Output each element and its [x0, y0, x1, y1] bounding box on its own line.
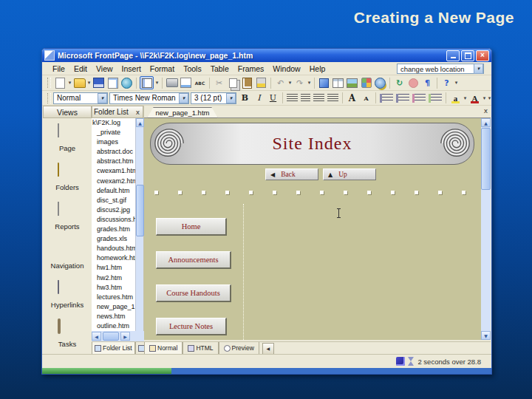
folder-item[interactable]: discus2.jpg — [92, 205, 136, 215]
folder-item[interactable]: abstract.htm — [92, 157, 136, 166]
scroll-right-icon[interactable]: ▶ — [120, 332, 130, 341]
refresh-button[interactable]: ↻ — [393, 77, 406, 89]
back-button[interactable]: ◀ Back — [265, 168, 318, 180]
close-button[interactable]: × — [476, 50, 489, 61]
spelling-button[interactable]: ABC — [194, 77, 206, 89]
highlight-dropdown[interactable]: ▾ — [463, 95, 468, 101]
publish-web-button[interactable] — [120, 77, 133, 89]
folder-item[interactable]: handouts.htm — [92, 244, 136, 253]
folder-item[interactable]: cwexam1.htm — [92, 166, 136, 176]
folder-item[interactable]: k\F2K.log — [92, 118, 136, 128]
menu-frames[interactable]: Frames — [233, 64, 269, 74]
decrease-font-button[interactable]: A — [360, 92, 372, 104]
scroll-up-icon[interactable]: ▲ — [481, 118, 491, 127]
scroll-left-icon[interactable]: ◀ — [92, 332, 101, 341]
menu-window[interactable]: Window — [268, 64, 304, 74]
folder-item[interactable]: abstract.doc — [92, 147, 136, 157]
toggle-pane-dropdown[interactable]: ▾ — [154, 80, 160, 86]
tab-folder-list[interactable]: Folder List — [92, 342, 135, 355]
insert-picture-button[interactable] — [346, 77, 358, 89]
scroll-down-icon[interactable]: ▼ — [481, 331, 491, 340]
bullet-list-button[interactable] — [396, 94, 409, 103]
web-location-combo[interactable]: change web location ▾ — [397, 64, 484, 74]
preview-in-browser-button[interactable] — [180, 77, 192, 89]
document-tab[interactable]: new_page_1.htm — [147, 107, 218, 118]
open-button[interactable] — [73, 77, 86, 89]
menu-file[interactable]: File — [48, 64, 69, 74]
chevron-down-icon[interactable]: ▾ — [98, 93, 107, 103]
insert-table-button[interactable] — [332, 77, 344, 89]
home-button[interactable]: Home — [156, 218, 227, 236]
folder-list-close-icon[interactable]: x — [134, 109, 141, 116]
scrollbar-thumb[interactable] — [136, 185, 144, 236]
tab-html[interactable]: HTML — [183, 342, 218, 355]
help-button[interactable]: ? — [440, 77, 453, 89]
document-scrollbar[interactable]: ▲ ▼ — [481, 118, 491, 340]
scroll-up-icon[interactable]: ▲ — [136, 118, 144, 127]
toolbar-options-dropdown[interactable]: ▾ — [454, 80, 459, 86]
folder-item[interactable]: hw1.htm — [92, 263, 136, 273]
align-center-button[interactable] — [301, 94, 310, 103]
menu-format[interactable]: Format — [146, 64, 179, 74]
search-button[interactable] — [106, 77, 119, 89]
views-item-hyperlinks[interactable]: Hyperlinks — [43, 276, 92, 315]
folder-item[interactable]: grades.htm — [92, 225, 136, 234]
save-button[interactable] — [92, 77, 105, 89]
italic-button[interactable]: I — [253, 92, 265, 104]
window-titlebar[interactable]: Microsoft FrontPage - \\F2k\F2K.log\new_… — [42, 49, 491, 62]
redo-dropdown[interactable]: ▾ — [307, 80, 312, 86]
toolbar-grip[interactable] — [47, 78, 51, 88]
announcements-button[interactable]: Announcements — [156, 251, 231, 269]
font-color-dropdown[interactable]: ▾ — [482, 95, 487, 101]
align-left-button[interactable] — [287, 94, 298, 103]
views-item-navigation[interactable]: Navigation — [43, 236, 92, 276]
menu-view[interactable]: View — [92, 64, 117, 74]
redo-button[interactable]: ↷ — [293, 77, 306, 89]
clip-art-button[interactable] — [360, 77, 372, 89]
folder-item[interactable]: new_page_1.htm — [92, 302, 136, 312]
lecture-notes-button[interactable]: Lecture Notes — [156, 318, 227, 335]
hscrollbar-thumb[interactable] — [103, 332, 119, 341]
paste-button[interactable] — [241, 77, 253, 89]
new-page-dropdown[interactable]: ▾ — [67, 80, 72, 86]
scrollbar-thumb[interactable] — [481, 128, 491, 190]
menu-insert[interactable]: Insert — [117, 64, 146, 74]
tab-preview[interactable]: Preview — [219, 342, 259, 355]
folder-item[interactable]: cwexam2.htm — [92, 177, 136, 186]
undo-dropdown[interactable]: ▾ — [287, 80, 293, 86]
tab-scroll-left-icon[interactable]: ◀ — [262, 343, 274, 355]
folder-item[interactable]: homework.htm — [92, 253, 136, 263]
numbered-list-button[interactable] — [380, 94, 393, 103]
highlight-button[interactable]: a — [449, 92, 462, 104]
show-all-button[interactable]: ¶ — [421, 77, 434, 89]
chevron-down-icon[interactable]: ▾ — [474, 64, 483, 74]
minimize-button[interactable] — [446, 50, 460, 61]
stop-button[interactable] — [407, 77, 420, 89]
folder-item[interactable]: hw3.htm — [92, 283, 136, 293]
document-canvas[interactable]: Site Index ◀ Back ▲ Up — [144, 118, 481, 340]
style-combo[interactable]: Normal ▾ — [53, 92, 108, 104]
folder-item[interactable]: grades.xls — [92, 234, 136, 244]
folder-item[interactable]: outline.htm — [92, 321, 136, 331]
folder-item[interactable]: _private — [92, 128, 136, 137]
document-close-icon[interactable]: x — [484, 107, 488, 115]
views-item-folders[interactable]: Folders — [43, 157, 92, 197]
up-button[interactable]: ▲ Up — [323, 168, 376, 180]
open-dropdown[interactable]: ▾ — [86, 80, 92, 86]
undo-button[interactable]: ↶ — [274, 77, 287, 89]
font-color-button[interactable]: A — [468, 92, 481, 104]
copy-button[interactable] — [227, 77, 239, 89]
folder-item[interactable]: images — [92, 137, 136, 147]
insert-component-button[interactable] — [318, 77, 330, 89]
chevron-down-icon[interactable]: ▾ — [179, 93, 188, 103]
toggle-folder-list-button[interactable] — [140, 76, 154, 89]
tab-normal[interactable]: Normal — [144, 342, 183, 355]
restore-button[interactable] — [461, 50, 474, 61]
folder-item[interactable]: discussions.htm — [92, 215, 136, 225]
folder-item[interactable]: default.htm — [92, 186, 136, 196]
folder-list-scrollbar[interactable]: ▲ — [135, 118, 143, 331]
underline-button[interactable]: U — [267, 92, 279, 104]
toolbar-grip[interactable] — [47, 93, 51, 103]
print-button[interactable] — [166, 77, 178, 89]
views-item-tasks[interactable]: Tasks — [43, 315, 92, 354]
